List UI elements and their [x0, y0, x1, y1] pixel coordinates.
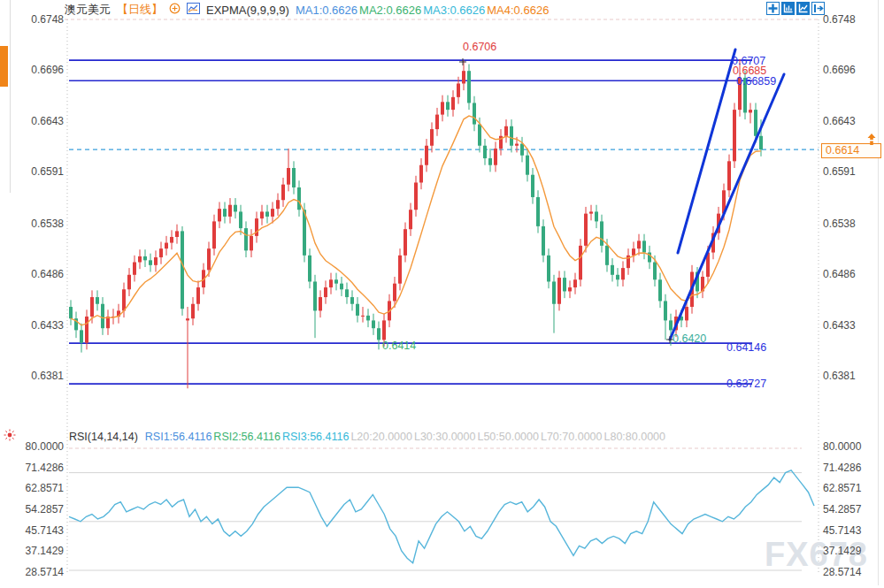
rsi-axis-label-left: 37.1429 — [18, 545, 64, 557]
rsi-axis-label-left: 45.7143 — [18, 524, 64, 537]
rsi-axis-label-right: 80.0000 — [823, 440, 869, 453]
support-low-label: 0.6414 — [382, 340, 416, 352]
rsi-value: RSI2:56.4116 — [213, 431, 281, 443]
rsi-header: RSI(14,14,14) RSI1:56.4116RSI2:56.4116RS… — [69, 431, 667, 443]
rsi-value: L50:50.0000 — [477, 431, 539, 443]
export-icon[interactable] — [811, 2, 825, 15]
chart-application: 澳元美元【日线】 EXPMA(9,9,9,9) MA1:0.6626MA2:0.… — [0, 0, 884, 588]
ma-values-row: MA1:0.6626MA2:0.6626MA3:0.6626MA4:0.6626 — [296, 4, 550, 17]
rsi-value: L20:20.0000 — [350, 431, 412, 443]
rsi-value: L80:80.0000 — [603, 431, 665, 443]
rsi-value: RSI3:56.4116 — [282, 431, 350, 443]
price-axis-label-right: 0.6696 — [823, 64, 869, 76]
rsi-axis-label-left: 71.4286 — [18, 462, 64, 474]
chart-panel-icon[interactable] — [781, 2, 795, 15]
symbol-title: 澳元美元 — [65, 2, 111, 18]
rsi-indicator-name[interactable]: RSI(14,14,14) — [69, 431, 138, 443]
line-low-label: 0.64146 — [726, 341, 766, 354]
add-indicator-icon[interactable] — [169, 3, 181, 17]
indicator-name[interactable]: EXPMA(9,9,9,9) — [206, 4, 289, 17]
price-axis-label-left: 0.6433 — [18, 319, 64, 332]
price-axis-label-right: 0.6381 — [823, 370, 869, 382]
ma-value: MA1:0.6626 — [296, 4, 357, 17]
rsi-axis-label-right: 37.1429 — [823, 545, 869, 557]
rsi-axis-label-left: 54.2857 — [18, 503, 64, 515]
rsi-values-row: RSI1:56.4116RSI2:56.4116RSI3:56.4116L20:… — [145, 431, 667, 443]
price-axis-label-left: 0.6538 — [18, 218, 64, 230]
close-mark-label: 0.66859 — [736, 75, 776, 88]
price-axis-label-left: 0.6643 — [18, 115, 64, 127]
price-axis-label-left: 0.6381 — [18, 370, 64, 382]
price-axis-label-right: 0.6643 — [823, 115, 869, 127]
rsi-axis-label-right: 28.5714 — [823, 566, 869, 578]
rsi-value: L30:30.0000 — [414, 431, 476, 443]
rsi-axis-label-right: 54.2857 — [823, 503, 869, 515]
ma-value: MA4:0.6626 — [487, 4, 549, 17]
kline-chart-icon[interactable] — [187, 3, 200, 17]
price-axis-label-left: 0.6748 — [18, 13, 64, 26]
rsi-value: L70:70.0000 — [541, 431, 603, 443]
rsi-axis-label-left: 28.5714 — [18, 566, 64, 578]
price-axis-label-right: 0.6591 — [823, 165, 869, 178]
rsi-axis-label-left: 80.0000 — [18, 440, 64, 453]
price-axis-label-right: 0.6538 — [823, 218, 869, 230]
price-axis-label-right: 0.6433 — [823, 319, 869, 332]
support-low-2-label: 0.6420 — [673, 332, 706, 345]
price-axis-label-left: 0.6486 — [18, 268, 64, 280]
indicator-settings-icon[interactable] — [3, 428, 17, 446]
price-axis-label-left: 0.6696 — [18, 64, 64, 76]
chart-canvas[interactable] — [0, 0, 884, 588]
rsi-axis-label-right: 45.7143 — [823, 524, 869, 537]
resistance-high-label: 0.6706 — [463, 41, 496, 53]
ma-value: MA2:0.6626 — [359, 4, 421, 17]
ma-value: MA3:0.6626 — [423, 4, 485, 17]
price-axis-label-left: 0.6591 — [18, 165, 64, 178]
price-up-arrow-icon[interactable] — [866, 133, 877, 149]
rsi-value: RSI1:56.4116 — [145, 431, 212, 443]
chart-toolbar — [766, 2, 825, 15]
move-tool-icon[interactable] — [766, 2, 780, 15]
rsi-axis-label-right: 71.4286 — [823, 462, 869, 474]
line-lowest-label: 0.63727 — [726, 378, 766, 390]
rsi-axis-label-right: 62.8571 — [823, 482, 869, 494]
rsi-axis-label-left: 62.8571 — [18, 482, 64, 494]
chart-header: 澳元美元【日线】 EXPMA(9,9,9,9) MA1:0.6626MA2:0.… — [65, 3, 550, 17]
indicator-panel-icon[interactable] — [796, 2, 810, 15]
period-label[interactable]: 【日线】 — [117, 2, 163, 18]
price-axis-label-right: 0.6748 — [823, 13, 869, 26]
price-axis-label-right: 0.6486 — [823, 268, 869, 280]
